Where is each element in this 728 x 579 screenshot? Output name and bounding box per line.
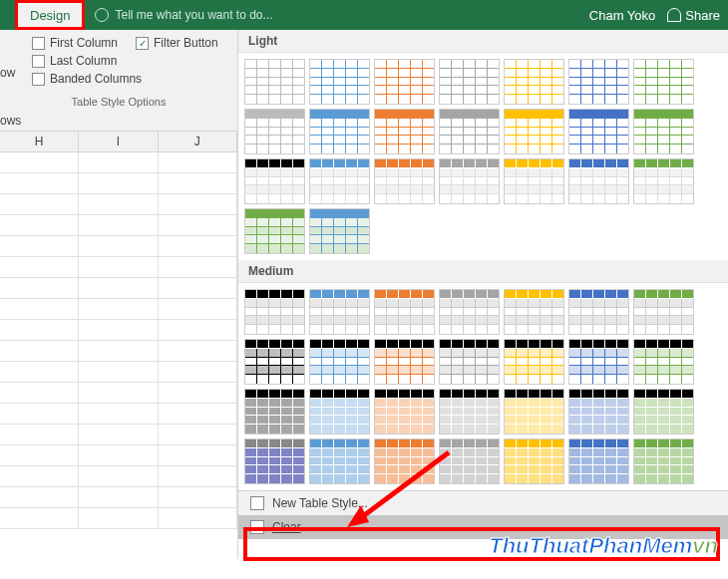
table-style-swatch[interactable] <box>309 289 370 335</box>
table-style-swatch[interactable] <box>568 109 629 154</box>
cell[interactable] <box>159 320 237 340</box>
menu-new-table-style[interactable]: New Table Style... <box>238 491 728 515</box>
table-style-swatch[interactable] <box>633 389 694 434</box>
table-style-swatch[interactable] <box>244 339 305 385</box>
cell[interactable] <box>0 215 79 235</box>
cell[interactable] <box>159 173 237 193</box>
cell[interactable] <box>0 383 79 403</box>
table-style-swatch[interactable] <box>374 109 435 154</box>
cell[interactable] <box>79 445 158 465</box>
table-style-swatch[interactable] <box>633 339 694 385</box>
cell[interactable] <box>79 299 158 319</box>
table-style-swatch[interactable] <box>309 109 370 154</box>
cell[interactable] <box>79 152 158 172</box>
table-style-swatch[interactable] <box>568 389 629 434</box>
tab-design[interactable]: Design <box>15 0 85 30</box>
table-style-swatch[interactable] <box>504 158 564 204</box>
table-style-swatch[interactable] <box>568 339 629 385</box>
table-style-swatch[interactable] <box>504 59 564 105</box>
table-style-swatch[interactable] <box>504 289 564 335</box>
table-style-swatch[interactable] <box>244 109 305 154</box>
table-style-swatch[interactable] <box>568 59 629 105</box>
cell[interactable] <box>79 362 158 382</box>
cell[interactable] <box>0 425 79 444</box>
cell[interactable] <box>79 173 158 193</box>
table-style-swatch[interactable] <box>439 438 500 484</box>
cell[interactable] <box>0 466 79 486</box>
spreadsheet-grid[interactable]: HIJ <box>0 132 237 579</box>
column-header[interactable]: I <box>79 132 158 151</box>
table-style-swatch[interactable] <box>504 389 564 434</box>
cell[interactable] <box>0 152 79 172</box>
cell[interactable] <box>0 278 79 298</box>
cell[interactable] <box>159 341 237 361</box>
table-style-swatch[interactable] <box>504 438 564 484</box>
cell[interactable] <box>79 383 158 403</box>
cell[interactable] <box>159 487 237 507</box>
table-style-swatch[interactable] <box>309 339 370 385</box>
cell[interactable] <box>159 362 237 382</box>
menu-clear[interactable]: Clear <box>238 515 728 539</box>
share-button[interactable]: Share <box>667 8 720 23</box>
cell[interactable] <box>0 299 79 319</box>
table-style-swatch[interactable] <box>309 208 370 254</box>
cell[interactable] <box>159 278 237 298</box>
cell[interactable] <box>159 445 237 465</box>
cell[interactable] <box>159 236 237 256</box>
cell[interactable] <box>159 152 237 172</box>
table-style-swatch[interactable] <box>374 389 435 434</box>
table-style-swatch[interactable] <box>244 289 305 335</box>
cell[interactable] <box>79 508 158 528</box>
table-style-swatch[interactable] <box>439 109 500 154</box>
cell[interactable] <box>0 257 79 277</box>
table-style-swatch[interactable] <box>633 289 694 335</box>
cell[interactable] <box>0 173 79 193</box>
table-style-swatch[interactable] <box>439 158 500 204</box>
table-style-swatch[interactable] <box>374 438 435 484</box>
cell[interactable] <box>159 425 237 444</box>
column-header[interactable]: J <box>159 132 237 151</box>
cell[interactable] <box>159 404 237 424</box>
table-style-swatch[interactable] <box>439 389 500 434</box>
cell[interactable] <box>79 236 158 256</box>
table-style-swatch[interactable] <box>244 389 305 434</box>
cell[interactable] <box>159 257 237 277</box>
cell[interactable] <box>0 320 79 340</box>
cell[interactable] <box>159 383 237 403</box>
username[interactable]: Cham Yoko <box>589 8 656 23</box>
cell[interactable] <box>0 362 79 382</box>
cell[interactable] <box>79 404 158 424</box>
table-style-swatch[interactable] <box>633 59 694 105</box>
table-style-swatch[interactable] <box>309 158 370 204</box>
cell[interactable] <box>0 487 79 507</box>
cell[interactable] <box>0 194 79 214</box>
table-style-swatch[interactable] <box>244 208 305 254</box>
table-style-swatch[interactable] <box>568 438 629 484</box>
table-style-swatch[interactable] <box>244 59 305 105</box>
table-style-swatch[interactable] <box>568 158 629 204</box>
cell[interactable] <box>79 487 158 507</box>
cell[interactable] <box>79 257 158 277</box>
cell[interactable] <box>79 278 158 298</box>
cell[interactable] <box>159 466 237 486</box>
table-style-swatch[interactable] <box>374 289 435 335</box>
table-style-swatch[interactable] <box>244 438 305 484</box>
table-style-swatch[interactable] <box>439 59 500 105</box>
table-style-swatch[interactable] <box>633 438 694 484</box>
cell[interactable] <box>159 215 237 235</box>
column-header[interactable]: H <box>0 132 79 151</box>
table-style-swatch[interactable] <box>504 339 564 385</box>
table-style-swatch[interactable] <box>633 109 694 154</box>
cell[interactable] <box>0 404 79 424</box>
table-style-swatch[interactable] <box>439 289 500 335</box>
table-style-swatch[interactable] <box>309 438 370 484</box>
table-style-swatch[interactable] <box>244 158 305 204</box>
table-style-swatch[interactable] <box>374 339 435 385</box>
checkbox-filter-button[interactable]: ✓Filter Button <box>136 36 218 50</box>
table-style-swatch[interactable] <box>309 59 370 105</box>
table-style-swatch[interactable] <box>374 158 435 204</box>
table-style-swatch[interactable] <box>568 289 629 335</box>
cell[interactable] <box>0 341 79 361</box>
table-style-swatch[interactable] <box>633 158 694 204</box>
cell[interactable] <box>79 466 158 486</box>
